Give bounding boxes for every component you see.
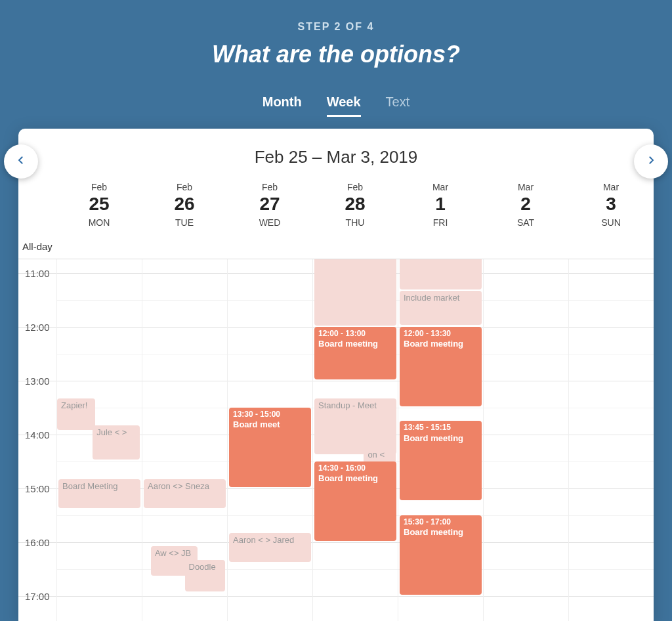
day-header-num: 27 [227,194,312,215]
day-header-dow: SAT [483,217,568,228]
day-column[interactable]: Aaron <> SnezaAw <> JBDoodle [142,259,227,621]
event-title: Board meeting [404,433,463,443]
event-title: Aaron < > Jared [233,535,294,545]
prev-week-button[interactable] [4,144,38,179]
page-title: What are the options? [0,41,672,68]
day-header-num: 28 [312,194,398,215]
allday-row-label: All-day [18,228,654,259]
day-header[interactable]: Mar3SUN [568,182,654,228]
day-headers: Feb25MONFeb26TUEFeb27WEDFeb28THUMar1FRIM… [18,182,654,228]
day-column[interactable]: 13:30 - 15:00Board meetAaron < > Jared [227,259,312,621]
event-title: Board meeting [404,527,463,537]
busy-event[interactable]: Zapier! [57,398,95,431]
poll-option-event[interactable]: 13:45 - 15:15Board meeting [400,421,482,500]
day-header-num: 26 [142,194,227,215]
event-time: 13:30 - 15:00 [233,410,307,420]
day-column[interactable]: Include market12:00 - 13:30Board meeting… [398,259,483,621]
busy-event[interactable] [314,259,396,326]
event-title: Board meeting [318,473,378,483]
busy-event[interactable]: Aaron < > Jared [229,533,311,563]
day-header-num: 3 [568,194,654,215]
day-column[interactable]: Zapier!Jule < >Board Meeting [56,259,142,621]
busy-event[interactable]: Doodle [185,560,226,592]
hour-label: 14:00 [25,429,50,440]
date-range-label: Feb 25 – Mar 3, 2019 [18,129,654,182]
day-header-month: Feb [312,182,398,192]
day-header-month: Mar [483,182,568,192]
event-time: 14:30 - 16:00 [318,463,392,474]
day-header-month: Mar [568,182,654,192]
event-title: Aw <> JB [155,548,191,558]
next-week-button[interactable] [634,144,668,179]
event-time: 13:45 - 15:15 [404,423,478,433]
event-title: Jule < > [96,427,127,437]
chevron-left-icon [15,154,27,169]
event-title: Board meeting [404,339,463,349]
day-header-month: Feb [142,182,227,192]
poll-option-event[interactable]: 12:00 - 13:00Board meeting [314,327,396,379]
event-time: 12:00 - 13:00 [318,329,392,339]
day-header-month: Feb [56,182,142,192]
hour-label: 13:00 [25,375,50,386]
busy-event[interactable]: Standup - Meet [314,398,396,455]
event-title: Board meeting [318,339,378,349]
day-header-dow: SUN [568,217,654,228]
day-header-num: 2 [483,194,568,215]
chevron-right-icon [645,154,657,169]
hour-label: 15:00 [25,482,50,494]
event-title: Board meet [233,419,280,429]
day-header[interactable]: Feb25MON [56,182,142,228]
day-header-month: Feb [227,182,312,192]
poll-option-event[interactable]: 15:30 - 17:00Board meeting [400,515,482,595]
day-header-dow: MON [56,217,142,228]
poll-option-event[interactable]: 14:30 - 16:00Board meeting [314,461,396,541]
wizard-step-label: STEP 2 OF 4 [0,21,672,33]
day-header[interactable]: Feb28THU [312,182,398,228]
tab-text[interactable]: Text [386,95,410,117]
busy-event[interactable]: Aaron <> Sneza [144,479,226,509]
day-header-dow: FRI [398,217,483,228]
event-title: Doodle [189,562,216,572]
day-header-num: 1 [398,194,483,215]
event-title: on < [368,450,385,460]
day-header-num: 25 [56,194,142,215]
day-header[interactable]: Mar2SAT [483,182,568,228]
event-title: Aaron <> Sneza [148,481,209,491]
hour-label: 12:00 [25,321,50,332]
day-column[interactable] [568,259,654,621]
hour-label: 11:00 [25,267,50,278]
day-column[interactable]: 12:00 - 13:00Board meetingStandup - Meet… [312,259,398,621]
day-header-dow: WED [227,217,312,228]
event-title: Board Meeting [62,481,118,491]
day-header-month: Mar [398,182,483,192]
calendar-card: Feb 25 – Mar 3, 2019 Feb25MONFeb26TUEFeb… [18,129,654,621]
day-column[interactable] [483,259,568,621]
busy-event[interactable]: Board Meeting [58,479,140,509]
tab-month[interactable]: Month [262,95,302,117]
poll-option-event[interactable]: 12:00 - 13:30Board meeting [400,327,482,406]
busy-event[interactable]: Jule < > [93,425,140,460]
event-time: 12:00 - 13:30 [404,329,478,339]
day-header[interactable]: Feb26TUE [142,182,227,228]
view-tabs: Month Week Text [0,95,672,117]
tab-week[interactable]: Week [327,95,361,117]
event-title: Zapier! [61,400,87,410]
week-grid[interactable]: 11:0012:0013:0014:0015:0016:0017:00 Zapi… [18,259,654,621]
day-header[interactable]: Mar1FRI [398,182,483,228]
busy-event[interactable]: Include market [400,291,482,326]
event-title: Standup - Meet [318,400,377,410]
day-columns: Zapier!Jule < >Board MeetingAaron <> Sne… [56,259,654,621]
event-title: Include market [404,293,459,303]
day-header-dow: THU [312,217,398,228]
event-time: 15:30 - 17:00 [404,517,478,528]
day-header-dow: TUE [142,217,227,228]
hour-label: 17:00 [25,590,50,601]
day-header[interactable]: Feb27WED [227,182,312,228]
poll-option-event[interactable]: 13:30 - 15:00Board meet [229,408,311,487]
busy-event[interactable] [400,259,482,289]
hour-label: 16:00 [25,536,50,547]
